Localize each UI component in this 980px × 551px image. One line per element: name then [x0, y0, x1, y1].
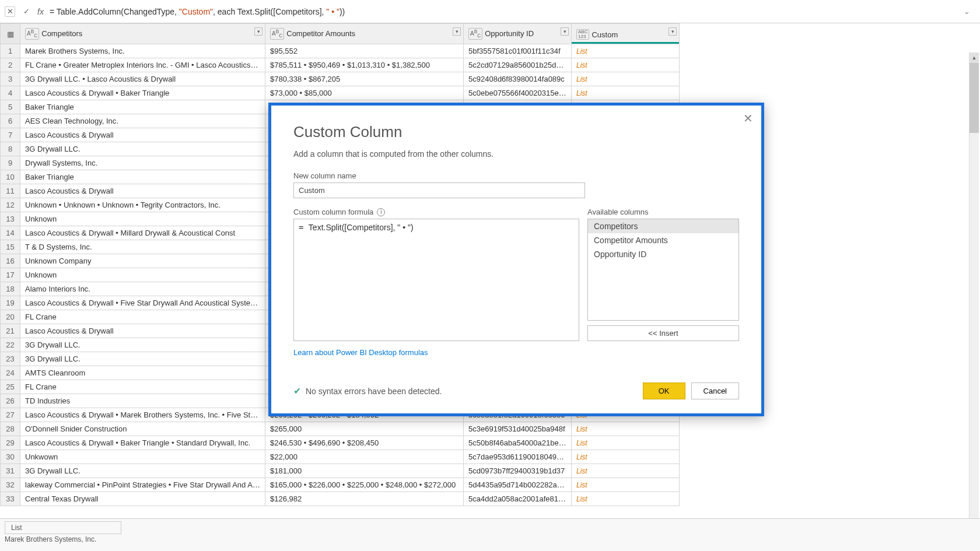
row-number[interactable]: 31 [1, 464, 20, 478]
row-number[interactable]: 15 [1, 240, 20, 254]
cell-competitors[interactable]: Lasco Acoustics & Drywall [20, 324, 265, 338]
cell-competitors[interactable]: FL Crane [20, 310, 265, 324]
cell-oppid[interactable]: 5c2cd07129a856001b25d449 [464, 58, 572, 72]
close-icon[interactable]: ✕ [743, 111, 753, 125]
cell-custom[interactable]: List [572, 58, 680, 72]
cell-competitors[interactable]: Baker Triangle [20, 100, 265, 114]
cell-oppid[interactable]: 5cd0973b7ff29400319b1d37 [464, 464, 572, 478]
row-number[interactable]: 19 [1, 296, 20, 310]
formula-bar-input[interactable]: = Table.AddColumn(ChangedType, "Custom",… [50, 7, 958, 16]
row-number[interactable]: 29 [1, 436, 20, 450]
column-header-competitors[interactable]: ABC Competitors ▾ [20, 24, 265, 44]
cell-oppid[interactable]: 5c0ebe075566f40020315e29 [464, 86, 572, 100]
row-number[interactable]: 11 [1, 184, 20, 198]
table-row[interactable]: 33G Drywall LLC. • Lasco Acoustics & Dry… [1, 72, 680, 86]
cell-competitors[interactable]: Lasco Acoustics & Drywall [20, 184, 265, 198]
column-header-oppid[interactable]: ABC Opportunity ID ▾ [464, 24, 572, 44]
cell-amounts[interactable]: $73,000 • $85,000 [265, 86, 464, 100]
row-number[interactable]: 1 [1, 44, 20, 58]
table-row[interactable]: 30Unkwown$22,0005c7dae953d61190018049b44… [1, 450, 680, 464]
cell-competitors[interactable]: 3G Drywall LLC. [20, 142, 265, 156]
row-number[interactable]: 20 [1, 310, 20, 324]
cell-custom[interactable]: List [572, 436, 680, 450]
cell-amounts[interactable]: $780,338 • $867,205 [265, 72, 464, 86]
cell-competitors[interactable]: AMTS Cleanroom [20, 366, 265, 380]
cell-competitors[interactable]: Lasco Acoustics & Drywall • Marek Brothe… [20, 408, 265, 422]
cell-competitors[interactable]: AES Clean Technology, Inc. [20, 114, 265, 128]
cell-custom[interactable]: List [572, 450, 680, 464]
row-number[interactable]: 5 [1, 100, 20, 114]
available-column-item[interactable]: Competitor Amounts [588, 233, 738, 247]
cell-competitors[interactable]: Unknown Company [20, 254, 265, 268]
formula-editor[interactable]: = Text.Split([Competitors], " • ") [293, 219, 579, 341]
table-row[interactable]: 32lakeway Commercial • PinPoint Strategi… [1, 478, 680, 492]
cell-custom[interactable]: List [572, 86, 680, 100]
cell-oppid[interactable]: 5bf3557581c01f001f11c34f [464, 44, 572, 58]
cell-competitors[interactable]: T & D Systems, Inc. [20, 240, 265, 254]
row-number[interactable]: 7 [1, 128, 20, 142]
cell-custom[interactable]: List [572, 72, 680, 86]
cell-custom[interactable]: List [572, 422, 680, 436]
row-number[interactable]: 33 [1, 492, 20, 506]
row-number[interactable]: 9 [1, 156, 20, 170]
table-row[interactable]: 4Lasco Acoustics & Drywall • Baker Trian… [1, 86, 680, 100]
info-icon[interactable]: i [377, 208, 385, 216]
vertical-scrollbar[interactable]: ▲ [969, 52, 979, 519]
table-row[interactable]: 29Lasco Acoustics & Drywall • Baker Tria… [1, 436, 680, 450]
table-row[interactable]: 1Marek Brothers Systems, Inc.$95,5525bf3… [1, 44, 680, 58]
cell-oppid[interactable]: 5c7dae953d61190018049b44 [464, 450, 572, 464]
row-number[interactable]: 14 [1, 226, 20, 240]
table-row[interactable]: 28O'Donnell Snider Construction$265,0005… [1, 422, 680, 436]
learn-link[interactable]: Learn about Power BI Desktop formulas [293, 348, 428, 357]
available-column-item[interactable]: Opportunity ID [588, 247, 738, 261]
row-number[interactable]: 32 [1, 478, 20, 492]
column-menu-icon[interactable]: ▾ [668, 27, 677, 36]
available-columns-list[interactable]: CompetitorsCompetitor AmountsOpportunity… [587, 219, 739, 321]
formula-check-icon[interactable]: ✓ [21, 6, 32, 17]
row-number[interactable]: 2 [1, 58, 20, 72]
row-number[interactable]: 23 [1, 352, 20, 366]
cell-competitors[interactable]: FL Crane • Greater Metroplex Interiors I… [20, 58, 265, 72]
row-number[interactable]: 26 [1, 394, 20, 408]
row-number[interactable]: 25 [1, 380, 20, 394]
row-number[interactable]: 24 [1, 366, 20, 380]
table-row[interactable]: 33Central Texas Drywall$126,9825ca4dd2a0… [1, 492, 680, 506]
cell-oppid[interactable]: 5c92408d6f83980014fa089c [464, 72, 572, 86]
row-number[interactable]: 18 [1, 282, 20, 296]
cell-competitors[interactable]: Drywall Systems, Inc. [20, 156, 265, 170]
cell-competitors[interactable]: Central Texas Drywall [20, 492, 265, 506]
cell-amounts[interactable]: $181,000 [265, 464, 464, 478]
row-number[interactable]: 3 [1, 72, 20, 86]
cell-competitors[interactable]: Unknown • Unknown • Unknown • Tegrity Co… [20, 198, 265, 212]
cell-amounts[interactable]: $265,000 [265, 422, 464, 436]
formula-expand-icon[interactable]: ⌄ [964, 7, 975, 16]
cell-competitors[interactable]: Lasco Acoustics & Drywall • Millard Dryw… [20, 226, 265, 240]
cell-amounts[interactable]: $165,000 • $226,000 • $225,000 • $248,00… [265, 478, 464, 492]
cell-competitors[interactable]: Unknown [20, 268, 265, 282]
cell-competitors[interactable]: lakeway Commercial • PinPoint Strategies… [20, 478, 265, 492]
new-column-name-input[interactable] [293, 183, 585, 198]
row-number[interactable]: 13 [1, 212, 20, 226]
row-number[interactable]: 4 [1, 86, 20, 100]
column-header-custom[interactable]: ABC123 Custom ▾ [572, 24, 680, 44]
cell-custom[interactable]: List [572, 44, 680, 58]
column-menu-icon[interactable]: ▾ [561, 27, 569, 36]
cell-oppid[interactable]: 5c3e6919f531d40025ba948f [464, 422, 572, 436]
cell-competitors[interactable]: TD Industries [20, 394, 265, 408]
formula-close-icon[interactable]: ✕ [5, 6, 15, 17]
cell-competitors[interactable]: Lasco Acoustics & Drywall • Baker Triang… [20, 86, 265, 100]
insert-button[interactable]: << Insert [587, 325, 739, 341]
cell-competitors[interactable]: Lasco Acoustics & Drywall [20, 128, 265, 142]
row-number[interactable]: 27 [1, 408, 20, 422]
cell-competitors[interactable]: Lasco Acoustics & Drywall • Baker Triang… [20, 436, 265, 450]
cell-competitors[interactable]: Unknown [20, 212, 265, 226]
table-row[interactable]: 2FL Crane • Greater Metroplex Interiors … [1, 58, 680, 72]
table-row[interactable]: 313G Drywall LLC.$181,0005cd0973b7ff2940… [1, 464, 680, 478]
cell-competitors[interactable]: Lasco Acoustics & Drywall • Five Star Dr… [20, 296, 265, 310]
cell-competitors[interactable]: FL Crane [20, 380, 265, 394]
row-number[interactable]: 22 [1, 338, 20, 352]
cell-competitors[interactable]: 3G Drywall LLC. • Lasco Acoustics & Dryw… [20, 72, 265, 86]
row-number[interactable]: 30 [1, 450, 20, 464]
cell-oppid[interactable]: 5d4435a95d714b002282a855 [464, 478, 572, 492]
row-number[interactable]: 10 [1, 170, 20, 184]
